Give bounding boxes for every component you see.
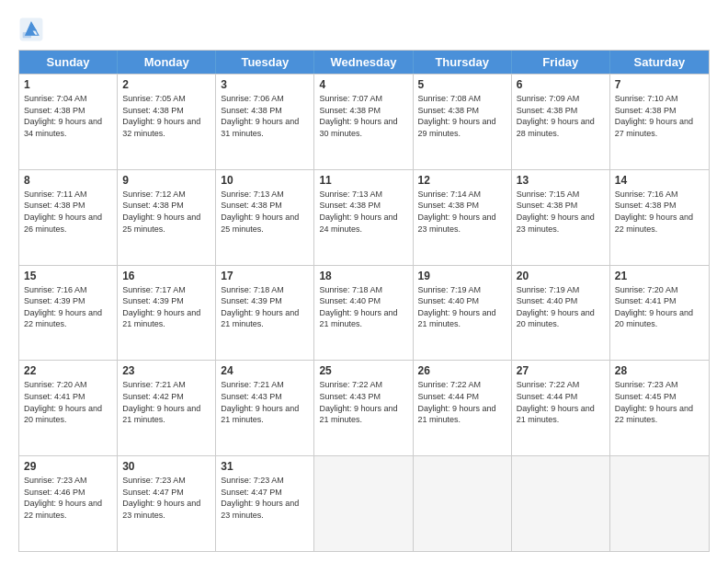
page: SundayMondayTuesdayWednesdayThursdayFrid… [0,0,728,563]
day-info: Sunrise: 7:23 AMSunset: 4:46 PMDaylight:… [24,476,102,520]
day-info: Sunrise: 7:22 AMSunset: 4:44 PMDaylight:… [418,380,496,424]
day-info: Sunrise: 7:10 AMSunset: 4:38 PMDaylight:… [615,94,693,138]
day-cell-15: 15Sunrise: 7:16 AMSunset: 4:39 PMDayligh… [19,266,118,361]
day-cell-5: 5Sunrise: 7:08 AMSunset: 4:38 PMDaylight… [414,75,512,169]
day-info: Sunrise: 7:09 AMSunset: 4:38 PMDaylight:… [517,94,595,138]
day-info: Sunrise: 7:18 AMSunset: 4:39 PMDaylight:… [221,285,299,329]
day-number: 2 [122,78,210,91]
day-cell-24: 24Sunrise: 7:21 AMSunset: 4:43 PMDayligh… [216,361,314,455]
day-number: 15 [24,270,112,282]
day-cell-27: 27Sunrise: 7:22 AMSunset: 4:44 PMDayligh… [512,361,610,455]
day-cell-13: 13Sunrise: 7:15 AMSunset: 4:38 PMDayligh… [512,170,610,265]
day-cell-29: 29Sunrise: 7:23 AMSunset: 4:46 PMDayligh… [19,456,118,551]
day-number: 22 [24,364,112,377]
day-cell-26: 26Sunrise: 7:22 AMSunset: 4:44 PMDayligh… [414,361,512,455]
day-number: 1 [24,78,112,91]
day-cell-3: 3Sunrise: 7:06 AMSunset: 4:38 PMDaylight… [216,75,314,169]
day-number: 14 [615,174,704,187]
day-info: Sunrise: 7:05 AMSunset: 4:38 PMDaylight:… [122,94,200,138]
day-cell-10: 10Sunrise: 7:13 AMSunset: 4:38 PMDayligh… [216,170,314,265]
day-cell-4: 4Sunrise: 7:07 AMSunset: 4:38 PMDaylight… [314,75,413,169]
day-number: 3 [221,78,309,91]
day-header-tuesday: Tuesday [216,51,314,74]
empty-cell [610,456,709,551]
day-number: 5 [418,78,506,91]
day-number: 6 [517,78,605,91]
day-cell-1: 1Sunrise: 7:04 AMSunset: 4:38 PMDaylight… [19,75,118,169]
day-number: 23 [122,364,210,377]
day-number: 26 [418,364,506,377]
day-header-wednesday: Wednesday [314,51,413,74]
week-row-4: 22Sunrise: 7:20 AMSunset: 4:41 PMDayligh… [19,360,709,455]
day-info: Sunrise: 7:22 AMSunset: 4:44 PMDaylight:… [517,380,595,424]
day-info: Sunrise: 7:16 AMSunset: 4:38 PMDaylight:… [615,190,693,234]
calendar: SundayMondayTuesdayWednesdayThursdayFrid… [18,50,710,552]
day-cell-14: 14Sunrise: 7:16 AMSunset: 4:38 PMDayligh… [610,170,709,265]
day-cell-9: 9Sunrise: 7:12 AMSunset: 4:38 PMDaylight… [118,170,216,265]
day-info: Sunrise: 7:04 AMSunset: 4:38 PMDaylight:… [24,94,102,138]
day-cell-31: 31Sunrise: 7:23 AMSunset: 4:47 PMDayligh… [216,456,314,551]
day-number: 31 [221,460,309,473]
day-cell-12: 12Sunrise: 7:14 AMSunset: 4:38 PMDayligh… [414,170,512,265]
day-number: 7 [615,78,704,91]
day-info: Sunrise: 7:16 AMSunset: 4:39 PMDaylight:… [24,285,102,329]
day-cell-8: 8Sunrise: 7:11 AMSunset: 4:38 PMDaylight… [19,170,118,265]
day-number: 9 [122,174,210,187]
day-number: 13 [517,174,605,187]
week-row-3: 15Sunrise: 7:16 AMSunset: 4:39 PMDayligh… [19,265,709,361]
day-info: Sunrise: 7:15 AMSunset: 4:38 PMDaylight:… [517,190,595,234]
day-info: Sunrise: 7:19 AMSunset: 4:40 PMDaylight:… [418,285,496,329]
day-number: 24 [221,364,309,377]
day-cell-22: 22Sunrise: 7:20 AMSunset: 4:41 PMDayligh… [19,361,118,455]
day-info: Sunrise: 7:21 AMSunset: 4:43 PMDaylight:… [221,380,299,424]
day-number: 16 [122,270,210,282]
day-info: Sunrise: 7:13 AMSunset: 4:38 PMDaylight:… [319,190,397,234]
day-info: Sunrise: 7:11 AMSunset: 4:38 PMDaylight:… [24,190,102,234]
day-number: 21 [615,270,704,282]
day-number: 20 [517,270,605,282]
day-cell-6: 6Sunrise: 7:09 AMSunset: 4:38 PMDaylight… [512,75,610,169]
day-info: Sunrise: 7:12 AMSunset: 4:38 PMDaylight:… [122,190,200,234]
day-info: Sunrise: 7:14 AMSunset: 4:38 PMDaylight:… [418,190,496,234]
day-header-monday: Monday [118,51,216,74]
day-info: Sunrise: 7:21 AMSunset: 4:42 PMDaylight:… [122,380,200,424]
day-info: Sunrise: 7:23 AMSunset: 4:47 PMDaylight:… [122,476,200,520]
day-number: 8 [24,174,112,187]
day-info: Sunrise: 7:20 AMSunset: 4:41 PMDaylight:… [615,285,693,329]
day-cell-19: 19Sunrise: 7:19 AMSunset: 4:40 PMDayligh… [414,266,512,361]
day-number: 12 [418,174,506,187]
day-info: Sunrise: 7:13 AMSunset: 4:38 PMDaylight:… [221,190,299,234]
week-row-2: 8Sunrise: 7:11 AMSunset: 4:38 PMDaylight… [19,169,709,265]
day-number: 11 [319,174,407,187]
day-cell-21: 21Sunrise: 7:20 AMSunset: 4:41 PMDayligh… [610,266,709,361]
day-number: 28 [615,364,704,377]
day-cell-2: 2Sunrise: 7:05 AMSunset: 4:38 PMDaylight… [118,75,216,169]
calendar-header: SundayMondayTuesdayWednesdayThursdayFrid… [19,51,709,74]
day-cell-30: 30Sunrise: 7:23 AMSunset: 4:47 PMDayligh… [118,456,216,551]
day-header-saturday: Saturday [610,51,709,74]
day-header-friday: Friday [512,51,610,74]
week-row-1: 1Sunrise: 7:04 AMSunset: 4:38 PMDaylight… [19,74,709,169]
empty-cell [314,456,413,551]
logo [18,17,48,42]
day-info: Sunrise: 7:22 AMSunset: 4:43 PMDaylight:… [319,380,397,424]
svg-rect-3 [23,32,31,38]
day-cell-20: 20Sunrise: 7:19 AMSunset: 4:40 PMDayligh… [512,266,610,361]
day-cell-7: 7Sunrise: 7:10 AMSunset: 4:38 PMDaylight… [610,75,709,169]
day-cell-17: 17Sunrise: 7:18 AMSunset: 4:39 PMDayligh… [216,266,314,361]
day-number: 4 [319,78,407,91]
logo-icon [18,17,44,42]
day-cell-11: 11Sunrise: 7:13 AMSunset: 4:38 PMDayligh… [314,170,413,265]
day-number: 17 [221,270,309,282]
day-info: Sunrise: 7:19 AMSunset: 4:40 PMDaylight:… [517,285,595,329]
day-info: Sunrise: 7:17 AMSunset: 4:39 PMDaylight:… [122,285,200,329]
day-header-sunday: Sunday [19,51,118,74]
day-info: Sunrise: 7:18 AMSunset: 4:40 PMDaylight:… [319,285,397,329]
empty-cell [512,456,610,551]
day-info: Sunrise: 7:07 AMSunset: 4:38 PMDaylight:… [319,94,397,138]
week-row-5: 29Sunrise: 7:23 AMSunset: 4:46 PMDayligh… [19,455,709,551]
day-info: Sunrise: 7:20 AMSunset: 4:41 PMDaylight:… [24,380,102,424]
day-info: Sunrise: 7:06 AMSunset: 4:38 PMDaylight:… [221,94,299,138]
calendar-body: 1Sunrise: 7:04 AMSunset: 4:38 PMDaylight… [19,74,709,551]
day-info: Sunrise: 7:08 AMSunset: 4:38 PMDaylight:… [418,94,496,138]
